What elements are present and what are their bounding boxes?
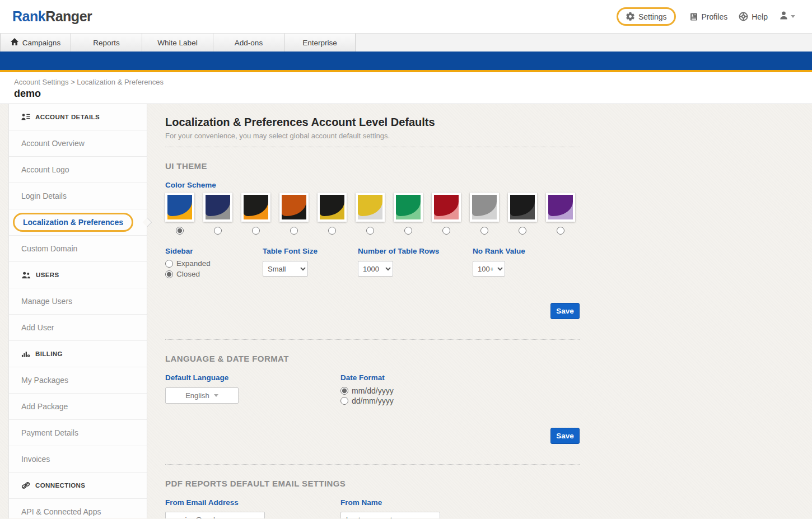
color-swatch[interactable] <box>470 193 499 222</box>
color-swatch[interactable] <box>432 193 461 222</box>
logo-part-rank: Rank <box>12 8 45 24</box>
date-format-ddmmyyyy-radio[interactable] <box>340 397 348 405</box>
sidebar-item-invoices[interactable]: Invoices <box>9 446 147 473</box>
sidebar-setting-options: Expanded Closed <box>165 259 263 278</box>
color-scheme-radio[interactable] <box>480 227 488 235</box>
sidebar-item-label: Payment Details <box>21 428 78 437</box>
color-scheme-radio[interactable] <box>290 227 298 235</box>
profiles-button[interactable]: Profiles <box>689 12 728 21</box>
sidebar-item-account-logo[interactable]: Account Logo <box>9 157 147 183</box>
section-divider <box>165 339 580 340</box>
color-swatch[interactable] <box>394 193 423 222</box>
color-swatch[interactable] <box>203 193 232 222</box>
sidebar-section-title: CONNECTIONS <box>35 482 85 489</box>
sidebar-item-account-overview[interactable]: Account Overview <box>9 130 147 157</box>
color-scheme-radio[interactable] <box>214 227 222 235</box>
sidebar-item-localization-preferences[interactable]: Localization & Preferences <box>9 209 147 236</box>
settings-label: Settings <box>638 12 667 21</box>
radio-label: Closed <box>176 270 200 278</box>
swatch-yellow-lightgray <box>356 193 385 235</box>
swatch-shape <box>167 195 192 216</box>
from-email-field[interactable] <box>165 512 265 518</box>
color-scheme-radio[interactable] <box>252 227 260 235</box>
tab-add-ons[interactable]: Add-ons <box>213 34 284 52</box>
page-title: Localization & Preferences Account Level… <box>165 116 580 129</box>
swatch-red-pink <box>432 193 461 235</box>
swatch-orange-black <box>279 193 309 235</box>
color-swatch[interactable] <box>546 193 575 222</box>
color-scheme-radio[interactable] <box>328 227 336 235</box>
from-name-group: From Name <box>340 498 580 518</box>
default-language-value: English <box>185 391 209 400</box>
from-email-group: From Email Address <box>165 498 340 518</box>
swatch-navy-gray <box>203 193 232 235</box>
swatch-shape <box>548 195 573 216</box>
color-scheme-radio[interactable] <box>442 227 450 235</box>
page-subtitle: For your convenience, you may select glo… <box>165 132 580 140</box>
sidebar-item-add-package[interactable]: Add Package <box>9 394 147 420</box>
settings-highlight-ring: Settings <box>617 7 676 26</box>
color-swatch[interactable] <box>508 193 537 222</box>
sidebar-expanded-option[interactable]: Expanded <box>165 259 263 268</box>
sidebar-item-custom-domain[interactable]: Custom Domain <box>9 236 147 262</box>
language-date-save-button[interactable]: Save <box>550 428 580 444</box>
date-format-mmddyyyy-radio[interactable] <box>340 387 348 395</box>
sidebar-item-my-packages[interactable]: My Packages <box>9 367 147 394</box>
radio-label: mm/dd/yyyy <box>352 386 394 395</box>
date-format-mmddyyyy-option[interactable]: mm/dd/yyyy <box>340 386 580 395</box>
from-email-label: From Email Address <box>165 498 340 507</box>
language-date-section-title: LANGUAGE & DATE FORMAT <box>165 354 580 363</box>
date-format-ddmmyyyy-option[interactable]: dd/mm/yyyy <box>340 396 580 405</box>
sidebar-item-add-user[interactable]: Add User <box>9 315 147 341</box>
table-font-size-select[interactable]: Small <box>263 261 308 277</box>
color-scheme-radio[interactable] <box>366 227 374 235</box>
color-scheme-radio[interactable] <box>404 227 412 235</box>
tab-reports[interactable]: Reports <box>71 34 142 52</box>
tab-label: Campaigns <box>22 39 60 47</box>
sidebar-item-api-connected-apps[interactable]: API & Connected Apps <box>9 499 147 518</box>
color-swatch[interactable] <box>279 193 309 222</box>
sidebar-item-label: Account Overview <box>21 139 85 148</box>
settings-sidebar: ACCOUNT DETAILS Account Overview Account… <box>8 104 147 518</box>
user-icon <box>779 11 788 22</box>
color-swatch[interactable] <box>241 193 270 222</box>
sidebar-closed-option[interactable]: Closed <box>165 270 263 278</box>
sidebar-expanded-radio[interactable] <box>165 260 173 268</box>
breadcrumb[interactable]: Account Settings > Localization & Prefer… <box>14 78 812 86</box>
sidebar-item-manage-users[interactable]: Manage Users <box>9 288 147 315</box>
color-swatch[interactable] <box>356 193 385 222</box>
sidebar-section-billing: BILLING <box>9 341 147 367</box>
table-rows-select[interactable]: 1000 <box>358 261 393 277</box>
color-swatch[interactable] <box>165 193 194 222</box>
help-button[interactable]: Help <box>739 12 768 21</box>
tab-label: White Label <box>157 39 197 47</box>
default-language-dropdown[interactable]: English <box>165 387 239 404</box>
swatch-shape <box>358 195 382 216</box>
main-panel: Localization & Preferences Account Level… <box>165 104 580 518</box>
tab-campaigns[interactable]: Campaigns <box>0 34 71 52</box>
tab-enterprise[interactable]: Enterprise <box>284 34 356 52</box>
sidebar-item-login-details[interactable]: Login Details <box>9 183 147 209</box>
ui-theme-save-row: Save <box>165 303 580 319</box>
settings-button[interactable]: Settings <box>626 12 667 21</box>
swatch-black-gold <box>318 193 347 235</box>
sidebar-section-connections: CONNECTIONS <box>9 473 147 499</box>
rankranger-logo: RankRanger <box>12 8 92 25</box>
radio-label: dd/mm/yyyy <box>352 396 394 405</box>
color-scheme-radio[interactable] <box>176 227 184 235</box>
user-menu-button[interactable] <box>779 11 795 22</box>
tab-white-label[interactable]: White Label <box>142 34 213 52</box>
sidebar-setting-group: Sidebar Expanded Closed <box>165 247 263 278</box>
sidebar-item-label: Manage Users <box>21 297 72 306</box>
sidebar-item-payment-details[interactable]: Payment Details <box>9 420 147 446</box>
color-swatch[interactable] <box>318 193 347 222</box>
sidebar-item-label: Invoices <box>21 455 50 464</box>
default-language-group: Default Language English <box>165 373 340 405</box>
color-scheme-radio[interactable] <box>519 227 526 235</box>
color-scheme-radio[interactable] <box>557 227 564 235</box>
ui-theme-save-button[interactable]: Save <box>550 303 580 319</box>
sidebar-closed-radio[interactable] <box>165 270 173 278</box>
no-rank-select[interactable]: 100+ <box>473 261 505 277</box>
from-name-field[interactable] <box>340 512 440 518</box>
link-icon <box>21 481 30 489</box>
